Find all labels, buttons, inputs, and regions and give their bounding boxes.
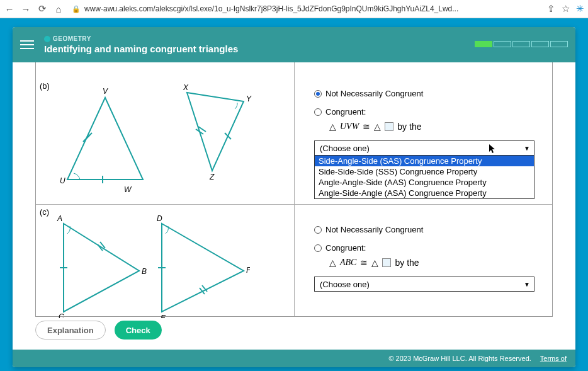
footer: © 2023 McGraw Hill LLC. All Rights Reser…	[13, 350, 575, 367]
dropdown-option-aas[interactable]: Angle-Angle-Side (AAS) Congruence Proper…	[315, 177, 534, 188]
dropdown-option-asa[interactable]: Angle-Side-Angle (ASA) Congruence Proper…	[315, 188, 534, 198]
button-row: Explanation Check	[35, 321, 162, 340]
triangle-name-left: ABC	[340, 258, 356, 268]
category-label: GEOMETRY	[44, 35, 238, 42]
caret-down-icon: ▼	[524, 281, 530, 288]
dropdown-option-sas[interactable]: Side-Angle-Side (SAS) Congruence Propert…	[315, 156, 534, 166]
figures-b: V U W X Y Z	[36, 79, 294, 205]
triangle-uvw: V U W	[48, 85, 162, 192]
vertex-x: X	[183, 83, 189, 92]
vertex-u: U	[60, 176, 65, 185]
vertex-y: Y	[246, 94, 252, 103]
congruent-symbol: ≅	[363, 122, 370, 132]
radio-dot-icon	[314, 244, 322, 252]
svg-marker-9	[64, 224, 139, 312]
triangle-symbol: △	[329, 122, 336, 132]
page-title: Identifying and naming congruent triangl…	[44, 43, 238, 54]
home-icon[interactable]: ⌂	[53, 4, 64, 14]
star-icon[interactable]: ☆	[562, 3, 570, 14]
caret-down-icon: ▼	[524, 145, 530, 152]
vertex-e: E	[161, 314, 166, 318]
triangle-def: D E F	[143, 211, 250, 318]
triangle-xyz: X Y Z	[155, 83, 263, 190]
vertex-f: F	[246, 266, 250, 275]
svg-marker-13	[162, 224, 244, 312]
radio-not-congruent-c[interactable]: Not Necessarily Congruent	[314, 225, 542, 234]
radio-dot-icon	[314, 226, 322, 234]
svg-line-7	[225, 133, 231, 139]
address-bar[interactable]: 🔒 www-awu.aleks.com/alekscgi/x/lsl.exe/1…	[69, 2, 542, 16]
url-text: www-awu.aleks.com/alekscgi/x/lsl.exe/1o_…	[84, 4, 458, 13]
radio-label: Not Necessarily Congruent	[325, 225, 423, 234]
radio-dot-icon	[314, 108, 322, 116]
radio-label: Congruent:	[325, 243, 366, 253]
check-button[interactable]: Check	[115, 321, 162, 340]
radio-congruent-b[interactable]: Congruent:	[314, 107, 542, 117]
forward-icon[interactable]: →	[20, 4, 31, 14]
answers-c: Not Necessarily Congruent Congruent: △ A…	[294, 205, 552, 324]
dropdown-option-sss[interactable]: Side-Side-Side (SSS) Congruence Property	[315, 166, 534, 177]
problem-b: (b) V U	[36, 79, 552, 205]
figures-c: A B C D E F	[36, 205, 294, 324]
dropdown-value: (Choose one)	[320, 144, 370, 153]
triangle-symbol: △	[329, 258, 336, 268]
vertex-d: D	[157, 214, 162, 223]
triangle-symbol: △	[371, 258, 378, 268]
triangle-name-input[interactable]	[382, 258, 391, 267]
by-the-label: by the	[397, 122, 421, 132]
menu-icon[interactable]	[20, 40, 34, 49]
dropdown-button[interactable]: (Choose one) ▼	[314, 277, 534, 292]
share-icon[interactable]: ⇪	[547, 3, 555, 14]
reason-dropdown-b[interactable]: (Choose one) ▼ Side-Angle-Side (SAS) Con…	[314, 140, 534, 156]
congruence-statement-c: △ ABC ≅ △ by the	[329, 258, 542, 268]
svg-marker-4	[187, 93, 244, 171]
vertex-a: A	[57, 214, 62, 223]
terms-link[interactable]: Terms of	[540, 355, 567, 362]
dropdown-list: Side-Angle-Side (SAS) Congruence Propert…	[314, 156, 534, 199]
dropdown-button[interactable]: (Choose one) ▼	[314, 140, 534, 156]
progress-bar	[475, 41, 568, 47]
triangle-name-input[interactable]	[385, 122, 393, 131]
congruent-symbol: ≅	[360, 258, 368, 268]
stage: GEOMETRY Identifying and naming congruen…	[0, 18, 588, 371]
radio-label: Not Necessarily Congruent	[325, 89, 423, 98]
worksheet: (b) V U	[35, 62, 553, 317]
radio-dot-icon	[314, 90, 322, 98]
app-header: GEOMETRY Identifying and naming congruen…	[13, 27, 575, 62]
content-area: ⌄ (b)	[13, 62, 575, 367]
reason-dropdown-c[interactable]: (Choose one) ▼	[314, 277, 534, 292]
extension-icon[interactable]: ✳	[576, 3, 584, 14]
answers-b: Not Necessarily Congruent Congruent: △ U…	[294, 79, 552, 205]
browser-chrome: ← → ⟳ ⌂ 🔒 www-awu.aleks.com/alekscgi/x/l…	[0, 0, 588, 18]
app-panel: GEOMETRY Identifying and naming congruen…	[13, 27, 575, 367]
back-icon[interactable]: ←	[4, 4, 15, 14]
problem-c: (c) A B C	[36, 205, 552, 324]
congruence-statement-b: △ UVW ≅ △ by the	[329, 122, 542, 132]
triangle-abc: A B C	[51, 211, 158, 318]
radio-congruent-c[interactable]: Congruent:	[314, 243, 542, 253]
triangle-name-left: UVW	[340, 122, 359, 132]
lock-icon: 🔒	[72, 5, 81, 13]
svg-marker-0	[67, 98, 143, 180]
copyright-text: © 2023 McGraw Hill LLC. All Rights Reser…	[388, 355, 531, 362]
radio-label: Congruent:	[325, 107, 366, 117]
by-the-label: by the	[395, 258, 419, 268]
radio-not-congruent-b[interactable]: Not Necessarily Congruent	[314, 89, 542, 98]
dropdown-value: (Choose one)	[320, 280, 370, 289]
vertex-c: C	[59, 312, 64, 318]
vertex-v: V	[103, 87, 108, 96]
explanation-button[interactable]: Explanation	[35, 321, 106, 340]
triangle-symbol: △	[374, 122, 381, 132]
vertex-w: W	[124, 185, 132, 192]
vertex-z: Z	[209, 173, 215, 181]
reload-icon[interactable]: ⟳	[37, 3, 48, 14]
